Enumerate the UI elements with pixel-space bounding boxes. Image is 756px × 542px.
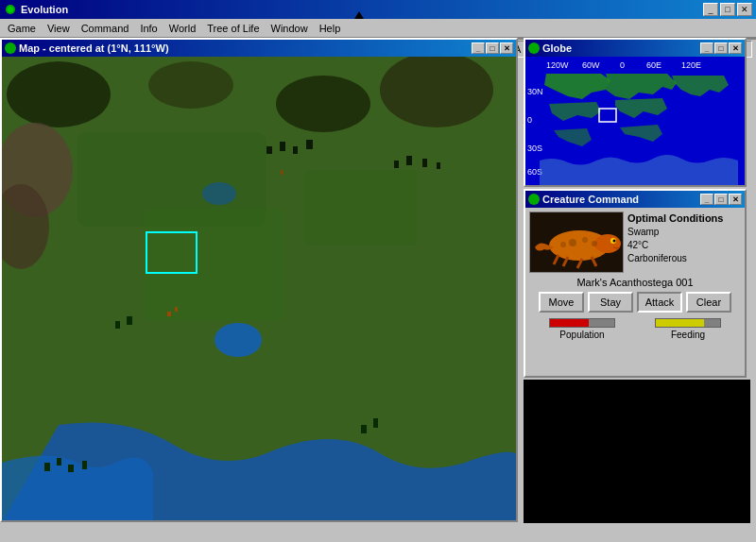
svg-text:0: 0 xyxy=(620,60,625,70)
menu-help[interactable]: Help xyxy=(314,21,347,36)
map-canvas[interactable] xyxy=(2,57,516,520)
svg-point-3 xyxy=(7,61,111,127)
optimal-conditions-label: Optimal Conditions xyxy=(627,212,723,226)
clear-button[interactable]: Clear xyxy=(686,292,731,313)
map-title-bar: Map - centered at (1°N, 111°W) _ □ ✕ xyxy=(2,40,516,57)
svg-rect-25 xyxy=(57,458,61,466)
map-terrain-svg xyxy=(2,57,516,520)
era-value: Carboniferous xyxy=(627,252,723,265)
globe-window-icon xyxy=(528,42,540,54)
map-close-btn[interactable]: ✕ xyxy=(500,42,513,54)
svg-point-63 xyxy=(592,241,597,246)
svg-rect-32 xyxy=(281,170,284,175)
map-maximize-btn[interactable]: □ xyxy=(486,42,499,54)
app-window-controls: _ □ ✕ xyxy=(703,3,752,16)
creature-window-controls: _ □ ✕ xyxy=(700,194,742,205)
close-button[interactable]: ✕ xyxy=(737,3,752,16)
map-window-controls: _ □ ✕ xyxy=(472,42,513,54)
svg-rect-16 xyxy=(293,146,298,154)
feeding-bar-track xyxy=(655,318,721,328)
map-window-icon xyxy=(5,42,16,54)
creature-image xyxy=(529,212,624,273)
svg-point-53 xyxy=(594,234,621,253)
svg-rect-31 xyxy=(175,307,178,312)
globe-window-controls: _ □ ✕ xyxy=(700,42,742,54)
map-window: Map - centered at (1°N, 111°W) _ □ ✕ xyxy=(0,38,518,522)
menu-tree-of-life[interactable]: Tree of Life xyxy=(201,21,265,36)
svg-text:120E: 120E xyxy=(681,60,701,70)
black-panel xyxy=(524,380,750,523)
svg-point-61 xyxy=(582,237,588,243)
svg-rect-26 xyxy=(68,465,74,472)
svg-point-10 xyxy=(215,323,262,357)
svg-text:30N: 30N xyxy=(527,87,543,96)
svg-point-60 xyxy=(569,239,576,246)
globe-maximize-btn[interactable]: □ xyxy=(714,42,728,54)
map-terrain xyxy=(2,57,516,520)
minimize-button[interactable]: _ xyxy=(703,3,718,16)
app-icon xyxy=(4,3,17,16)
svg-rect-19 xyxy=(406,156,412,165)
feeding-bar-group: Feeding xyxy=(655,318,721,340)
svg-rect-30 xyxy=(167,312,171,316)
feeding-label: Feeding xyxy=(671,330,705,340)
svg-rect-24 xyxy=(44,463,50,471)
creature-close-btn[interactable]: ✕ xyxy=(729,194,742,205)
creature-command-window: Creature Command _ □ ✕ xyxy=(524,189,747,378)
creature-title-bar: Creature Command _ □ ✕ xyxy=(525,191,745,208)
menu-window[interactable]: Window xyxy=(266,21,314,36)
creature-minimize-btn[interactable]: _ xyxy=(700,194,713,205)
stay-button[interactable]: Stay xyxy=(588,292,633,313)
menu-world[interactable]: World xyxy=(163,21,202,36)
creature-buttons: Move Stay Attack Clear xyxy=(529,292,741,313)
menu-info[interactable]: Info xyxy=(134,21,163,36)
globe-window-title: Globe xyxy=(542,42,700,54)
menu-view[interactable]: View xyxy=(42,21,76,36)
svg-text:60E: 60E xyxy=(646,60,662,70)
creature-content: Optimal Conditions Swamp 42°C Carbonifer… xyxy=(525,208,745,376)
creature-stats: Optimal Conditions Swamp 42°C Carbonifer… xyxy=(627,212,723,273)
globe-minimize-btn[interactable]: _ xyxy=(700,42,713,54)
svg-point-5 xyxy=(276,76,370,132)
biome-value: Swamp xyxy=(627,226,723,239)
svg-rect-27 xyxy=(82,461,87,469)
svg-point-1 xyxy=(8,7,13,12)
menu-command[interactable]: Command xyxy=(76,21,135,36)
svg-rect-13 xyxy=(304,170,418,246)
svg-text:60W: 60W xyxy=(582,60,600,70)
creature-window-icon xyxy=(528,194,540,205)
svg-point-55 xyxy=(613,240,616,243)
app-title-bar: Evolution _ □ ✕ xyxy=(0,0,756,19)
svg-rect-15 xyxy=(280,142,285,151)
population-label: Population xyxy=(559,330,604,340)
maximize-button[interactable]: □ xyxy=(720,3,735,16)
svg-rect-21 xyxy=(437,162,440,169)
svg-rect-14 xyxy=(266,146,272,154)
population-bar-fill xyxy=(550,319,589,327)
svg-rect-20 xyxy=(422,159,427,167)
feeding-bar-fill xyxy=(656,319,704,327)
cursor-indicator xyxy=(354,11,364,19)
attack-button[interactable]: Attack xyxy=(637,292,682,313)
svg-text:0: 0 xyxy=(527,115,532,125)
svg-rect-28 xyxy=(361,425,367,433)
globe-window: Globe _ □ ✕ 120W 60W 0 60E 120E 30N 0 30… xyxy=(524,38,747,187)
menu-game[interactable]: Game xyxy=(2,21,42,36)
map-minimize-btn[interactable]: _ xyxy=(472,42,485,54)
svg-rect-17 xyxy=(306,140,313,149)
status-bars: Population Feeding xyxy=(529,318,741,340)
population-bar-track xyxy=(549,318,615,328)
svg-rect-22 xyxy=(115,321,120,329)
creature-maximize-btn[interactable]: □ xyxy=(714,194,728,205)
svg-text:30S: 30S xyxy=(527,144,542,153)
globe-close-btn[interactable]: ✕ xyxy=(729,42,742,54)
creature-name: Mark's Acanthostega 001 xyxy=(529,277,741,288)
move-button[interactable]: Move xyxy=(539,292,584,313)
population-bar-group: Population xyxy=(549,318,615,340)
svg-rect-12 xyxy=(144,208,285,321)
map-window-title: Map - centered at (1°N, 111°W) xyxy=(19,42,472,54)
globe-content[interactable]: 120W 60W 0 60E 120E 30N 0 30S 60S xyxy=(525,57,745,185)
svg-text:120W: 120W xyxy=(546,60,569,70)
svg-rect-18 xyxy=(394,161,399,168)
map-content[interactable] xyxy=(2,57,516,520)
